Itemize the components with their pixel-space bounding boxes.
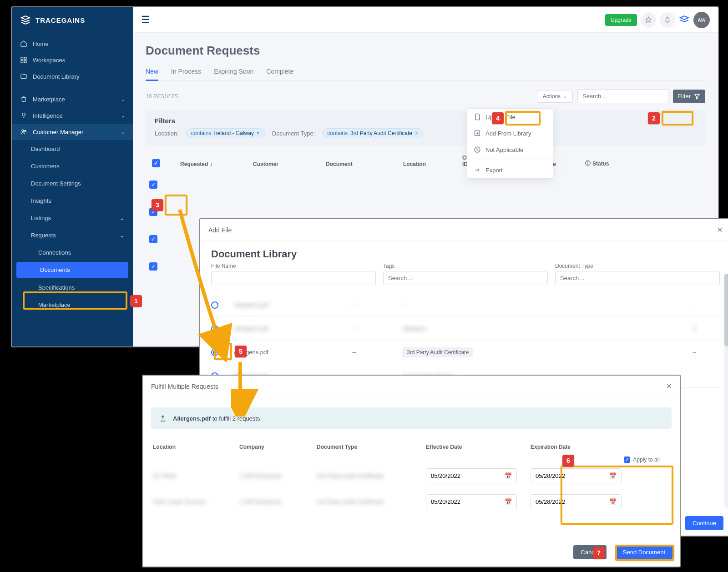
list-item[interactable]: Allergens.pdf -- Allergens 2 — [211, 317, 720, 341]
brand-logo-icon — [20, 15, 31, 25]
filter-button[interactable]: Filter — [673, 90, 705, 103]
library-icon — [474, 130, 481, 137]
bag-icon — [20, 95, 27, 103]
notifications-button[interactable] — [660, 12, 675, 28]
users-icon — [20, 128, 27, 135]
calendar-icon: 📅 — [609, 472, 617, 479]
tab-new[interactable]: New — [146, 64, 158, 80]
effective-date-input[interactable]: 05/20/2022📅 — [426, 468, 517, 483]
col-effdate: Effective Date — [426, 444, 526, 450]
nav-customers[interactable]: Customers — [12, 157, 133, 175]
th-customer[interactable]: Customer — [253, 161, 321, 167]
nav-intelligence[interactable]: Intelligence ⌄ — [12, 107, 133, 124]
bell-icon — [664, 16, 671, 24]
col-location: Location — [153, 444, 235, 450]
upgrade-button[interactable]: Upgrade — [605, 14, 637, 26]
filter-tags-input[interactable] — [383, 271, 548, 285]
fulfill-modal: Fulfill Multiple Requests × Allergens.pd… — [142, 375, 681, 567]
apply-to-all[interactable]: Apply to all — [143, 457, 680, 463]
hamburger-icon[interactable]: ☰ — [141, 14, 150, 26]
nav-label: Workspaces — [33, 57, 65, 64]
callout-1: 1 — [130, 295, 142, 307]
apply-all-checkbox[interactable] — [624, 457, 630, 463]
row-checkbox[interactable] — [149, 235, 157, 243]
effective-date-input[interactable]: 05/20/2022📅 — [426, 494, 517, 509]
scroll-thumb[interactable] — [724, 274, 728, 346]
calendar-icon: 📅 — [609, 498, 617, 505]
nav-requests[interactable]: Requests⌄ — [12, 226, 133, 244]
nav-home[interactable]: Home — [12, 35, 133, 52]
continue-button[interactable]: Continue — [685, 516, 723, 530]
th-location[interactable]: Location — [403, 161, 458, 167]
remove-chip-icon[interactable]: × — [257, 130, 260, 136]
callout-6: 6 — [562, 455, 574, 467]
filter-doctype-input[interactable] — [555, 271, 720, 285]
filters-title: Filters — [155, 117, 696, 125]
tab-expiring[interactable]: Expiring Soon — [214, 64, 253, 80]
favorite-button[interactable] — [641, 12, 656, 28]
filter-filename-input[interactable] — [211, 271, 376, 285]
nav-label: Dashboard — [31, 146, 60, 152]
th-status[interactable]: ⓘ Status — [585, 160, 703, 167]
nav-connections[interactable]: Connections — [12, 244, 133, 261]
fulfill-columns: Location Company Document Type Effective… — [143, 439, 680, 455]
svg-rect-0 — [21, 57, 23, 60]
callout-5: 5 — [235, 346, 247, 357]
modal-header: Add File × — [200, 219, 728, 241]
th-select-all[interactable] — [148, 159, 176, 167]
filter-chip-location[interactable]: contains Ireland - Galway × — [186, 128, 265, 138]
tab-complete[interactable]: Complete — [266, 64, 293, 80]
select-all-checkbox[interactable] — [152, 159, 160, 167]
nav-label: Listings — [31, 215, 51, 221]
row-checkbox[interactable] — [149, 262, 157, 271]
user-avatar[interactable]: AW — [693, 12, 710, 28]
nav-docsettings[interactable]: Document Settings — [12, 175, 133, 192]
nav-insights[interactable]: Insights — [12, 192, 133, 209]
nav-label: Requests — [31, 232, 56, 239]
expiration-date-input[interactable]: 05/28/2022📅 — [531, 468, 622, 483]
upload-icon — [159, 415, 167, 422]
chevron-down-icon: ⌄ — [121, 130, 125, 135]
tab-inprocess[interactable]: In Process — [171, 64, 201, 80]
nav-marketplace[interactable]: Marketplace ⌄ — [12, 91, 133, 107]
nav-workspaces[interactable]: Workspaces — [12, 52, 133, 68]
nav-marketplace-sub[interactable]: Marketplace — [12, 296, 133, 313]
close-icon[interactable]: × — [666, 381, 672, 391]
row-radio[interactable] — [211, 301, 218, 309]
nav-specifications[interactable]: Specifications — [12, 279, 133, 296]
col-tags: Tags — [383, 263, 548, 269]
row-radio-selected[interactable] — [211, 349, 218, 356]
actions-button[interactable]: Actions ⌄ — [537, 90, 573, 103]
close-icon[interactable]: × — [717, 225, 723, 235]
menu-export[interactable]: Export — [467, 162, 553, 178]
table-header: Requested ↓ Customer Document Location C… — [146, 146, 705, 171]
remove-chip-icon[interactable]: × — [415, 130, 418, 136]
svg-rect-2 — [21, 60, 23, 63]
menu-add-from-library[interactable]: Add From Library — [467, 125, 553, 141]
scrollbar[interactable] — [724, 274, 728, 508]
tabs: New In Process Expiring Soon Complete — [146, 64, 705, 81]
nav-customer-manager[interactable]: Customer Manager ⌄ — [12, 124, 133, 140]
row-checkbox[interactable] — [149, 181, 157, 189]
chevron-down-icon: ⌄ — [120, 215, 125, 221]
send-document-button[interactable]: Send Document — [616, 545, 672, 559]
nav-listings[interactable]: Listings⌄ — [12, 209, 133, 226]
expiration-date-input[interactable]: 05/28/2022📅 — [531, 494, 622, 509]
menu-upload-file[interactable]: Upload File — [467, 109, 553, 125]
list-item[interactable]: Allergens.pdf -- 3rd Party Audit Certifi… — [211, 341, 720, 364]
nav-documents[interactable]: Documents — [16, 262, 128, 278]
svg-point-6 — [25, 130, 26, 131]
nav-dashboard[interactable]: Dashboard — [12, 140, 133, 157]
th-requested[interactable]: Requested ↓ — [180, 161, 248, 167]
grid-icon — [20, 56, 27, 64]
banner-file: Allergens.pdf — [173, 415, 211, 422]
brand-badge-icon — [679, 15, 690, 25]
filter-chip-doctype[interactable]: contains 3rd Party Audit Certificate × — [322, 128, 423, 138]
menu-not-applicable[interactable]: Not Applicable — [467, 141, 553, 158]
list-item[interactable]: Allergens.pdf -- -- - — [211, 293, 720, 317]
fulfill-row: KC Plant 1 SM Enterprise 3rd Party Audit… — [143, 463, 680, 489]
row-radio[interactable] — [211, 325, 218, 332]
search-input[interactable] — [577, 89, 668, 103]
nav-doclibrary[interactable]: Document Library — [12, 68, 133, 85]
th-document[interactable]: Document — [326, 161, 399, 167]
